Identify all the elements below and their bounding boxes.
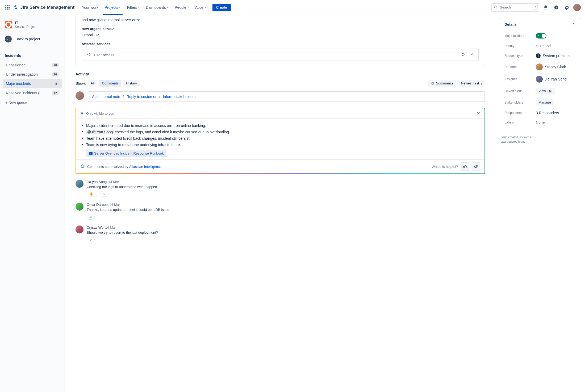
detail-priority[interactable]: Priority ↑Critical: [500, 41, 580, 51]
thumbs-up-button[interactable]: [461, 162, 469, 171]
settings-icon[interactable]: [563, 3, 571, 12]
mention[interactable]: @Jie Yan Song: [86, 130, 114, 134]
product-name: Jira Service Management: [20, 5, 74, 10]
comment: Crystal Wu14 Mar Should we try to revert…: [76, 225, 485, 242]
help-icon[interactable]: ?: [552, 3, 561, 12]
add-reaction-button[interactable]: ☺: [101, 191, 108, 197]
svg-point-0: [494, 6, 496, 8]
tab-comments[interactable]: Comments: [99, 80, 121, 87]
description-tail: and now giving internal server error.: [82, 18, 479, 22]
ai-bullet: Team have attempted to roll back changes…: [82, 135, 479, 142]
app-switcher-icon[interactable]: [4, 4, 11, 11]
create-button[interactable]: Create: [212, 4, 231, 11]
summarize-button[interactable]: Summarize: [428, 80, 456, 87]
sidebar: IT Service Project ← Back to project Inc…: [0, 15, 65, 392]
tab-all[interactable]: All: [88, 80, 97, 87]
project-header[interactable]: IT Service Project: [2, 19, 62, 30]
document-icon: ≡: [89, 152, 93, 155]
activity-filter-row: Show: All Comments History Summarize New…: [76, 80, 485, 87]
nav-dashboards[interactable]: Dashboards▾: [144, 4, 171, 11]
chevron-down-icon: ▾: [119, 6, 120, 9]
avatar: [76, 225, 83, 233]
top-nav: Jira Service Management Your work Projec…: [0, 0, 585, 15]
reaction[interactable]: 👍1: [87, 191, 98, 197]
svg-point-5: [89, 53, 90, 54]
detail-labels[interactable]: Labels None: [500, 118, 580, 127]
nav-apps[interactable]: Apps▾: [193, 4, 208, 11]
content-area: and now giving internal server error. Ho…: [65, 15, 496, 392]
queue-major-incidents[interactable]: Major incidents8: [3, 79, 62, 88]
detail-major-incident: Major incident ✓: [500, 31, 580, 41]
comment-body: Should we try to revert to the last depl…: [87, 231, 485, 235]
thumbs-down-button[interactable]: [472, 162, 480, 171]
sidebar-heading: Incidents: [2, 52, 62, 60]
project-icon: [5, 21, 12, 28]
add-reaction-button[interactable]: ☺: [87, 214, 95, 220]
ticket-card: and now giving internal server error. Ho…: [76, 15, 485, 66]
runbook-link[interactable]: ≡ Server Overload Incident Response Runb…: [86, 150, 166, 157]
product-logo[interactable]: Jira Service Management: [13, 5, 74, 10]
svg-line-8: [88, 55, 89, 56]
svg-line-7: [88, 54, 89, 54]
detail-request-type[interactable]: Request type !System problem: [500, 51, 580, 61]
ai-bullet: @Jie Yan Song checked the logs, and conc…: [82, 129, 479, 135]
nav-your-work[interactable]: Your work: [80, 4, 101, 11]
comment-body: Thanks, keep us updated. I feel it could…: [87, 208, 485, 212]
queue-unassigned[interactable]: Unassigned10: [3, 61, 62, 70]
chevron-down-icon: ▾: [167, 6, 168, 9]
tab-history[interactable]: History: [123, 80, 139, 87]
alert-icon: !: [536, 53, 541, 58]
chevron-up-icon[interactable]: [572, 22, 576, 27]
nav-people[interactable]: People▾: [173, 4, 191, 11]
comment-header: Jia yan Song14 Mar: [87, 180, 485, 184]
inform-stakeholders[interactable]: Inform stakeholders: [163, 95, 195, 99]
queue-under-investigation[interactable]: Under investigation16: [3, 70, 62, 79]
urgency-label: How urgent is this?: [82, 27, 479, 31]
search-input[interactable]: [491, 3, 539, 12]
details-panel: Details Major incident ✓ Priority ↑Criti…: [496, 15, 585, 392]
sort-button[interactable]: Newest first↓: [458, 80, 485, 87]
detail-responders[interactable]: Responders 3 Responders: [500, 108, 580, 118]
atlassian-intelligence-link[interactable]: Atlassian Intelligence: [129, 165, 162, 169]
collapse-icon[interactable]: [470, 52, 474, 57]
back-icon: ←: [5, 36, 12, 42]
add-reaction-button[interactable]: ☺: [87, 237, 95, 242]
details-header[interactable]: Details: [500, 18, 580, 31]
add-internal-note[interactable]: Add internal note: [92, 95, 120, 99]
ai-summary-card: Only visible to you ✕ Major incident cre…: [76, 108, 485, 174]
queue-resolved[interactable]: Resolved incidents (l...12: [3, 88, 62, 97]
divider: [2, 48, 62, 48]
avatar: [76, 203, 83, 211]
notifications-icon[interactable]: [541, 3, 550, 12]
project-name: IT: [15, 21, 36, 25]
manage-stakeholders-button[interactable]: Manage: [536, 99, 554, 105]
issue-meta: Issue created last week Last updated tod…: [500, 135, 580, 144]
detail-linked-alerts: Linked alerts View6: [500, 85, 580, 97]
graph-icon[interactable]: [461, 52, 466, 57]
comment: Jia yan Song14 Mar Checking the logs to …: [76, 180, 485, 197]
back-to-project[interactable]: ← Back to project: [2, 32, 62, 46]
close-icon[interactable]: ✕: [477, 111, 480, 116]
chevron-down-icon: ▾: [205, 6, 206, 9]
reply-to-customer[interactable]: Reply to customer: [127, 95, 157, 99]
nav-projects[interactable]: Projects▾: [103, 4, 123, 11]
view-alerts-button[interactable]: View6: [536, 88, 555, 94]
affected-service-row[interactable]: User access: [82, 49, 479, 61]
profile-avatar[interactable]: [573, 4, 581, 11]
service-name: User access: [94, 53, 114, 57]
avatar: [536, 76, 543, 83]
ai-spark-icon: [80, 164, 85, 169]
reply-box[interactable]: Add internal note / Reply to customer / …: [88, 91, 485, 102]
svg-point-6: [89, 55, 90, 56]
lock-icon: [80, 112, 83, 116]
comment: Omar Darboe14 Mar Thanks, keep us update…: [76, 203, 485, 220]
ai-bullet: Team is now trying to restart the underl…: [82, 142, 479, 148]
project-type: Service Project: [15, 25, 36, 29]
new-queue-button[interactable]: + New queue: [2, 98, 62, 107]
detail-reporter[interactable]: Reporter Stacey Clark: [500, 61, 580, 73]
nav-filters[interactable]: Filters▾: [125, 4, 141, 11]
share-icon: [86, 52, 91, 57]
detail-assignee[interactable]: Assignee Jie Yan Song: [500, 73, 580, 85]
major-incident-toggle[interactable]: ✓: [536, 33, 546, 39]
ai-bullet: Major incident created due to increase i…: [82, 122, 479, 129]
